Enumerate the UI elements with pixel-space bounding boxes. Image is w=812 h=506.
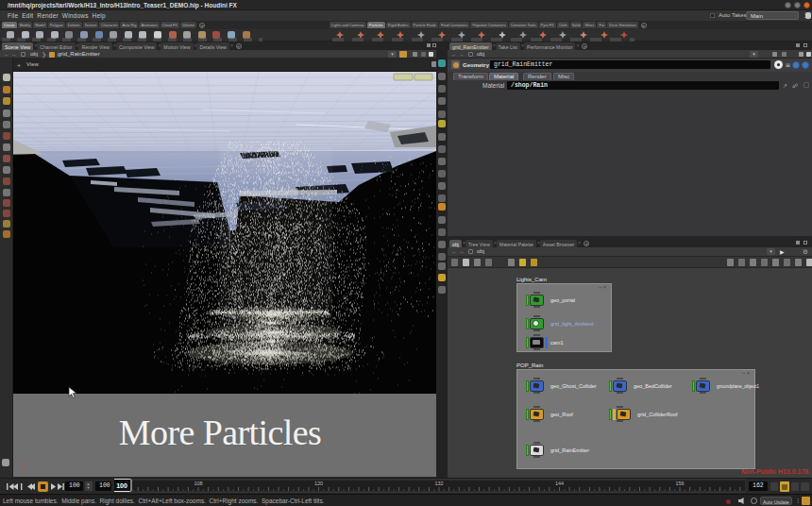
svg-text:144: 144 <box>555 481 564 486</box>
svg-text:132: 132 <box>434 481 443 486</box>
svg-text:100: 100 <box>116 482 127 489</box>
svg-text:120: 120 <box>314 481 323 486</box>
svg-text:108: 108 <box>194 481 202 486</box>
svg-text:156: 156 <box>675 481 684 486</box>
